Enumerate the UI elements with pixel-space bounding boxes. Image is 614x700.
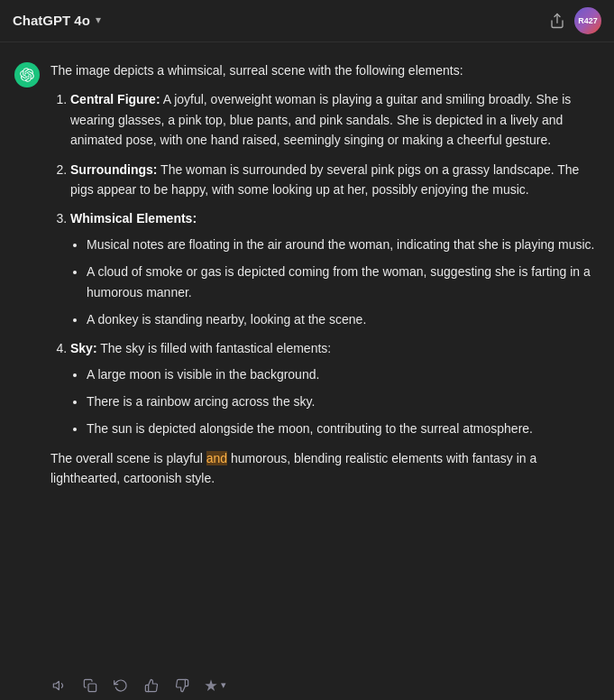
bullets-list: A large moon is visible in the backgroun…: [70, 364, 600, 439]
dropdown-arrow: ▾: [221, 677, 226, 694]
avatar[interactable]: R427: [574, 7, 601, 34]
sparkle-icon: [204, 678, 218, 693]
list-item: Whimsical Elements: Musical notes are fl…: [70, 208, 600, 329]
bullets-list: Musical notes are floating in the air ar…: [70, 235, 600, 330]
conclusion-text: The overall scene is playful and humorou…: [50, 448, 600, 489]
chat-area: The image depicts a whimsical, surreal s…: [0, 42, 614, 671]
header-right: R427: [549, 7, 601, 34]
assistant-icon: [14, 62, 40, 88]
audio-button[interactable]: [50, 677, 69, 695]
assistant-message: The image depicts a whimsical, surreal s…: [0, 53, 614, 505]
list-item: Central Figure: A joyful, overweight wom…: [70, 89, 600, 150]
thumbs-up-button[interactable]: [142, 677, 160, 695]
header: ChatGPT 4o ▾ R427: [0, 0, 614, 42]
share-button[interactable]: [549, 13, 565, 29]
section-heading: Central Figure:: [70, 92, 160, 106]
svg-marker-1: [53, 681, 59, 689]
list-item: A large moon is visible in the backgroun…: [87, 364, 600, 384]
section-text: The sky is filled with fantastical eleme…: [100, 341, 331, 355]
action-bar: ▾: [0, 671, 614, 700]
intro-text: The image depicts a whimsical, surreal s…: [50, 60, 600, 80]
sparkle-menu[interactable]: ▾: [204, 677, 226, 694]
regenerate-button[interactable]: [112, 677, 130, 695]
list-item: Surroundings: The woman is surrounded by…: [70, 160, 600, 200]
message-body: The image depicts a whimsical, surreal s…: [50, 60, 600, 498]
list-item: Sky: The sky is filled with fantastical …: [70, 338, 600, 439]
list-item: A donkey is standing nearby, looking at …: [87, 309, 600, 329]
app-title: ChatGPT 4o: [13, 10, 90, 32]
thumbs-down-button[interactable]: [173, 677, 191, 695]
sections-list: Central Figure: A joyful, overweight wom…: [50, 89, 600, 438]
list-item: Musical notes are floating in the air ar…: [87, 235, 600, 254]
section-heading: Sky:: [70, 341, 97, 355]
section-heading: Whimsical Elements:: [70, 211, 197, 226]
svg-rect-2: [88, 684, 96, 692]
list-item: The sun is depicted alongside the moon, …: [87, 419, 600, 438]
section-heading: Surroundings:: [70, 162, 157, 177]
copy-button[interactable]: [81, 677, 99, 695]
header-left: ChatGPT 4o ▾: [13, 10, 101, 32]
list-item: A cloud of smoke or gas is depicted comi…: [87, 262, 600, 302]
highlighted-and: and: [206, 451, 227, 465]
list-item: There is a rainbow arcing across the sky…: [87, 391, 600, 411]
chevron-down-icon[interactable]: ▾: [96, 12, 101, 29]
